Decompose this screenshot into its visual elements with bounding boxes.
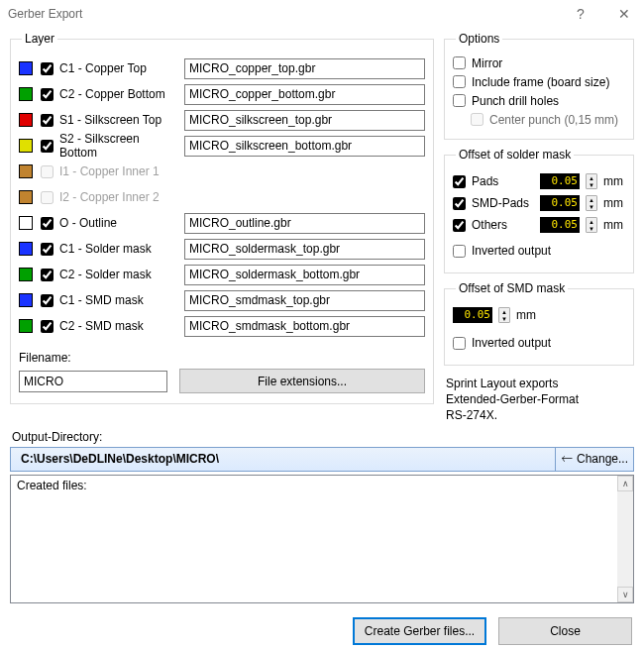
unit-mm: mm (516, 308, 538, 322)
scroll-up-icon[interactable]: ∧ (617, 476, 633, 491)
window-title: Gerber Export (8, 7, 82, 21)
smdpads-spin[interactable]: ▲▼ (586, 195, 597, 211)
smd-spin[interactable]: ▲▼ (498, 307, 510, 323)
output-dir-bar: C:\Users\DeDLINe\Desktop\MICRO\ 🡐 Change… (10, 447, 634, 472)
help-icon[interactable]: ? (565, 6, 596, 22)
options-legend: Options (456, 32, 502, 46)
unit-mm: mm (603, 174, 625, 188)
color-swatch (19, 319, 33, 333)
scrollbar[interactable]: ∧ ∨ (617, 476, 633, 602)
created-files-label: Created files: (17, 479, 87, 492)
include-frame-checkbox[interactable] (453, 75, 466, 88)
layer-checkbox[interactable] (41, 114, 54, 127)
layer-filename-input[interactable] (184, 84, 425, 105)
layer-label: I2 - Copper Inner 2 (59, 190, 180, 204)
pads-offset-value[interactable]: 0.05 (540, 173, 580, 189)
solder-offset-group: Offset of solder mask Pads 0.05 ▲▼ mm SM… (444, 148, 634, 273)
file-extensions-button[interactable]: File extensions... (179, 369, 425, 393)
layer-label: C2 - Copper Bottom (59, 87, 180, 101)
layer-label: C1 - SMD mask (59, 293, 180, 307)
smdpads-checkbox[interactable] (453, 197, 466, 210)
layer-checkbox[interactable] (41, 88, 54, 101)
color-swatch (19, 164, 33, 178)
create-gerber-button[interactable]: Create Gerber files... (353, 617, 486, 645)
close-icon[interactable]: ✕ (604, 6, 644, 22)
layer-filename-input[interactable] (184, 290, 425, 311)
notes-line: Sprint Layout exports (446, 376, 634, 391)
filename-label: Filename: (19, 351, 425, 365)
others-label: Others (472, 218, 534, 232)
solder-inverted-checkbox[interactable] (453, 245, 466, 258)
punch-label: Punch drill holes (472, 94, 559, 108)
mirror-checkbox[interactable] (453, 56, 466, 69)
color-swatch (19, 190, 33, 204)
change-dir-button[interactable]: 🡐 Change... (556, 448, 633, 471)
layer-filename-input[interactable] (184, 58, 425, 79)
layer-filename-input[interactable] (184, 136, 425, 157)
layer-group: Layer C1 - Copper Top C2 - Copper Bottom (10, 32, 434, 404)
layer-label: C2 - SMD mask (59, 319, 180, 333)
layer-row: I2 - Copper Inner 2 (19, 186, 425, 208)
pads-label: Pads (472, 174, 534, 188)
color-swatch (19, 87, 33, 101)
layer-checkbox[interactable] (41, 320, 54, 333)
layer-label: O - Outline (59, 216, 180, 230)
filename-input[interactable] (19, 371, 167, 392)
layer-checkbox (41, 191, 54, 204)
smd-inverted-label: Inverted output (472, 336, 551, 350)
pads-checkbox[interactable] (453, 175, 466, 188)
layer-filename-input[interactable] (184, 316, 425, 337)
color-swatch (19, 216, 33, 230)
layer-label: S2 - Silkscreen Bottom (59, 132, 180, 160)
smd-offset-value[interactable]: 0.05 (453, 307, 492, 323)
layer-label: S1 - Silkscreen Top (59, 113, 180, 127)
center-punch-label: Center punch (0,15 mm) (489, 113, 618, 127)
punch-checkbox[interactable] (453, 94, 466, 107)
smdpads-offset-value[interactable]: 0.05 (540, 195, 580, 211)
close-button[interactable]: Close (498, 617, 632, 645)
layer-checkbox[interactable] (41, 294, 54, 307)
layer-checkbox[interactable] (41, 243, 54, 256)
layer-checkbox[interactable] (41, 140, 54, 153)
export-notes: Sprint Layout exports Extended-Gerber-Fo… (444, 374, 634, 424)
scroll-track[interactable] (617, 491, 633, 587)
layer-row: C1 - Copper Top (19, 57, 425, 79)
layer-checkbox[interactable] (41, 217, 54, 230)
scroll-down-icon[interactable]: ∨ (617, 587, 633, 602)
layer-filename-input[interactable] (184, 213, 425, 234)
layer-label: C1 - Solder mask (59, 242, 180, 256)
others-offset-value[interactable]: 0.05 (540, 217, 580, 233)
others-checkbox[interactable] (453, 219, 466, 232)
layer-legend: Layer (22, 32, 57, 46)
color-swatch (19, 268, 33, 281)
mirror-label: Mirror (472, 56, 502, 70)
color-swatch (19, 61, 33, 75)
layer-filename-input[interactable] (184, 265, 425, 285)
others-spin[interactable]: ▲▼ (586, 217, 597, 233)
layer-row: C1 - SMD mask (19, 289, 425, 311)
layer-row: C1 - Solder mask (19, 238, 425, 260)
output-dir-path: C:\Users\DeDLINe\Desktop\MICRO\ (11, 448, 556, 471)
output-dir-label: Output-Directory: (12, 430, 634, 444)
layer-label: C2 - Solder mask (59, 268, 180, 281)
layer-label: I1 - Copper Inner 1 (59, 164, 180, 178)
layer-filename-input[interactable] (184, 239, 425, 260)
created-files-box: Created files: ∧ ∨ (10, 475, 634, 603)
layer-checkbox[interactable] (41, 62, 54, 75)
layer-row: S1 - Silkscreen Top (19, 109, 425, 131)
smd-inverted-checkbox[interactable] (453, 337, 466, 350)
smd-offset-legend: Offset of SMD mask (456, 281, 568, 295)
change-dir-label: Change... (577, 452, 628, 466)
layer-checkbox[interactable] (41, 269, 54, 281)
smdpads-label: SMD-Pads (472, 196, 534, 210)
color-swatch (19, 293, 33, 307)
pads-spin[interactable]: ▲▼ (586, 173, 597, 189)
layer-label: C1 - Copper Top (59, 61, 180, 75)
layer-filename-input[interactable] (184, 110, 425, 131)
layer-row: O - Outline (19, 212, 425, 234)
smd-offset-group: Offset of SMD mask 0.05 ▲▼ mm Inverted o… (444, 281, 634, 366)
layer-checkbox (41, 165, 54, 178)
layer-row: C2 - SMD mask (19, 315, 425, 337)
solder-inverted-label: Inverted output (472, 244, 551, 258)
title-bar: Gerber Export ? ✕ (0, 0, 644, 28)
